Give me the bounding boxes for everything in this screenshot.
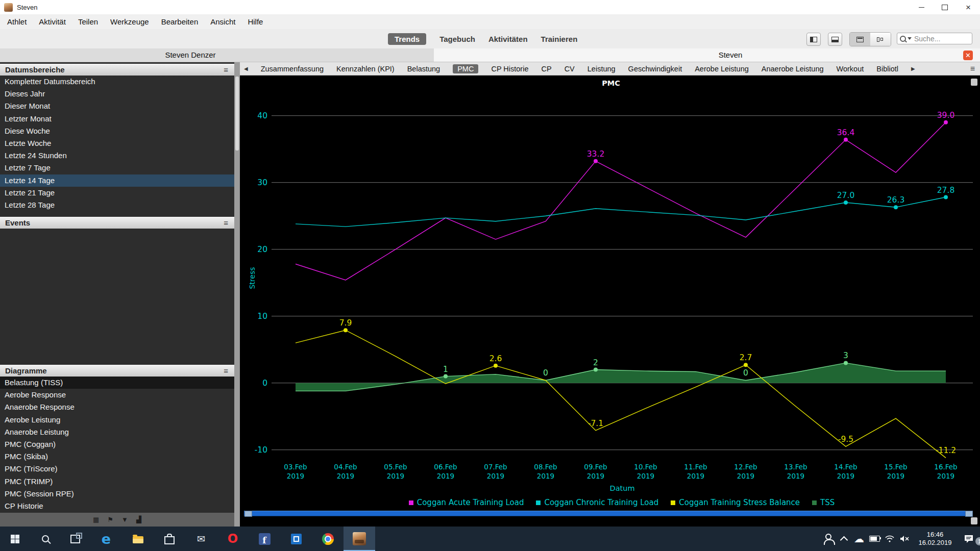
taskbar-app-file-explorer[interactable] (122, 527, 154, 551)
close-button[interactable]: × (957, 0, 980, 14)
chart-tab-kennzahlen-kpi-[interactable]: Kennzahlen (KPI) (336, 65, 395, 73)
slider-left-handle[interactable] (244, 511, 252, 517)
chart-menu-icon[interactable]: ≡ (970, 64, 975, 73)
list-item[interactable]: Letzte 24 Stunden (0, 149, 234, 162)
chart-icon[interactable]: ▟ (136, 516, 141, 523)
legend-label: Coggan Acute Training Load (417, 498, 524, 507)
volume-muted-tray-icon[interactable] (897, 535, 913, 542)
chart-tab-bibliotl[interactable]: Bibliotl (876, 65, 898, 73)
list-item[interactable]: Dieser Monat (0, 100, 234, 112)
scroll-corner-bottom[interactable] (971, 517, 977, 524)
minimize-button[interactable] (910, 0, 933, 14)
taskbar-app-photos[interactable] (280, 527, 312, 551)
taskbar-clock[interactable]: 16:4616.02.2019 (913, 531, 958, 547)
list-item[interactable]: Letzte Woche (0, 137, 234, 149)
battery-tray-icon[interactable] (867, 536, 882, 542)
taskbar-app-mail[interactable]: ✉ (185, 527, 217, 551)
legend-label: Coggan Training Stress Balance (679, 498, 800, 507)
chart-tab-cp[interactable]: CP (541, 65, 551, 73)
task-view-button[interactable] (60, 527, 90, 551)
chart-tab-belastung[interactable]: Belastung (407, 65, 440, 73)
list-item[interactable]: PMC (Coggan) (0, 438, 234, 450)
section-menu-icon[interactable]: ≡ (224, 64, 228, 76)
taskbar-app-store[interactable] (154, 527, 185, 551)
data-point-label: -9.5 (838, 435, 853, 444)
people-tray-icon[interactable] (821, 538, 836, 540)
search-input[interactable] (913, 34, 969, 43)
chart-tab-geschwindigkeit[interactable]: Geschwindigkeit (628, 65, 682, 73)
list-item[interactable]: Letzte 14 Tage (0, 174, 234, 187)
section-menu-icon[interactable]: ≡ (224, 365, 228, 377)
list-item[interactable]: PMC (TriScore) (0, 463, 234, 475)
x-tick-label: 06.Feb2019 (434, 463, 457, 480)
list-item[interactable]: Letzte 28 Tage (0, 199, 234, 211)
taskbar-app-goldencheetah[interactable] (344, 527, 375, 551)
list-item[interactable]: PMC (Session RPE) (0, 488, 234, 500)
sidebar-panel-button[interactable] (806, 33, 821, 46)
menu-bearbeiten[interactable]: Bearbeiten (155, 14, 205, 29)
date-range-slider[interactable] (244, 511, 973, 516)
list-item[interactable]: Anaerobe Leistung (0, 426, 234, 438)
tabs-scroll-right-icon[interactable]: ▶ (911, 66, 915, 71)
close-chart-button[interactable]: ✕ (963, 51, 973, 60)
tabbed-view-icon (856, 37, 864, 42)
chart-tab-workout[interactable]: Workout (837, 65, 864, 73)
list-item[interactable]: Belastung (TISS) (0, 377, 234, 389)
menu-teilen[interactable]: Teilen (72, 14, 104, 29)
menu-hilfe[interactable]: Hilfe (241, 14, 269, 29)
tiled-view-button[interactable] (870, 33, 891, 46)
list-item[interactable]: Diese Woche (0, 125, 234, 137)
list-item[interactable]: Letzter Monat (0, 113, 234, 125)
scroll-corner-top[interactable] (971, 79, 977, 86)
scope-tab-aktivitäten[interactable]: Aktivitäten (488, 35, 528, 43)
chart-tab-cv[interactable]: CV (565, 65, 575, 73)
onedrive-cloud-tray-icon[interactable]: ☁ (851, 534, 867, 544)
maximize-button[interactable] (933, 0, 957, 14)
list-item[interactable]: PMC (TRIMP) (0, 475, 234, 488)
search-box[interactable] (897, 33, 972, 44)
bookmark-icon[interactable]: ⚑ (107, 516, 113, 523)
menu-ansicht[interactable]: Ansicht (204, 14, 241, 29)
chart-tab-pmc[interactable]: PMC (453, 64, 478, 73)
taskbar-app-opera[interactable]: O (217, 527, 249, 551)
list-item[interactable]: Letzte 21 Tage (0, 187, 234, 199)
chart-tab-cp-historie[interactable]: CP Historie (491, 65, 528, 73)
taskbar-search-button[interactable] (30, 527, 60, 551)
menu-athlet[interactable]: Athlet (1, 14, 33, 29)
menu-aktivität[interactable]: Aktivität (33, 14, 72, 29)
scope-tab-trainieren[interactable]: Trainieren (541, 35, 578, 43)
list-item[interactable]: Aerobe Response (0, 389, 234, 401)
chevron-up-tray-icon[interactable] (836, 535, 851, 543)
tabbed-view-button[interactable] (850, 33, 870, 46)
sidebar-splitter[interactable] (234, 62, 240, 527)
chart-tab-anaerobe-leistung[interactable]: Anaerobe Leistung (762, 65, 824, 73)
list-item[interactable]: Dieses Jahr (0, 88, 234, 100)
scope-tab-tagebuch[interactable]: Tagebuch (439, 35, 475, 43)
search-options-chevron-icon[interactable] (908, 37, 912, 40)
wifi-tray-icon[interactable] (882, 535, 897, 542)
list-item[interactable]: Kompletter Datumsbereich (0, 76, 234, 88)
tabs-scroll-left-icon[interactable]: ◀ (244, 66, 248, 71)
start-button[interactable] (0, 527, 30, 551)
section-menu-icon[interactable]: ≡ (224, 217, 228, 229)
taskbar-app-edge[interactable]: e (90, 527, 122, 551)
action-center-button[interactable]: 1 (958, 535, 980, 543)
list-item[interactable]: Aerobe Leistung (0, 414, 234, 426)
scope-tab-trends[interactable]: Trends (388, 33, 426, 45)
chart-tab-zusammenfassung[interactable]: Zusammenfassung (261, 65, 324, 73)
filter-icon[interactable]: ▼ (121, 516, 128, 523)
bottom-panel-button[interactable] (828, 33, 842, 46)
menu-werkzeuge[interactable]: Werkzeuge (104, 14, 155, 29)
list-item[interactable]: PMC (Skiba) (0, 450, 234, 463)
chart-tab-leistung[interactable]: Leistung (587, 65, 616, 73)
taskbar-app-chrome[interactable] (312, 527, 344, 551)
list-item[interactable]: CP Historie (0, 500, 234, 512)
calendar-icon[interactable]: ▦ (93, 516, 99, 523)
chart-tab-aerobe-leistung[interactable]: Aerobe Leistung (695, 65, 749, 73)
list-item[interactable]: Anaerobe Response (0, 401, 234, 413)
slider-right-handle[interactable] (965, 511, 973, 517)
data-point-label: 33.2 (587, 149, 605, 159)
list-item[interactable]: Letzte 7 Tage (0, 162, 234, 174)
taskbar-app-facebook[interactable]: f (249, 527, 280, 551)
sidebar-scrollbar-thumb[interactable] (235, 77, 239, 151)
